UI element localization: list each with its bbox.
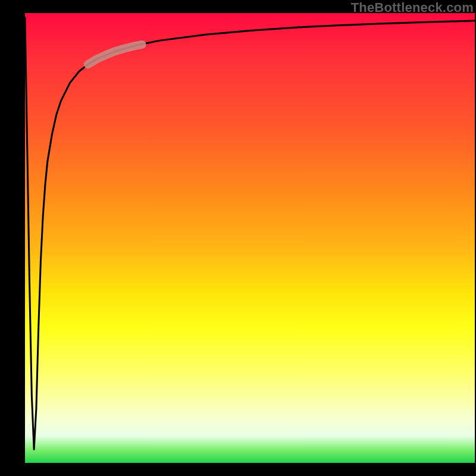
- watermark-label: TheBottleneck.com: [351, 0, 474, 15]
- bottleneck-curve-path: [25, 18, 475, 450]
- highlight-segment-path: [88, 45, 142, 64]
- chart-frame: TheBottleneck.com: [0, 0, 476, 476]
- chart-plot-area: [25, 13, 475, 463]
- chart-svg: [25, 13, 475, 463]
